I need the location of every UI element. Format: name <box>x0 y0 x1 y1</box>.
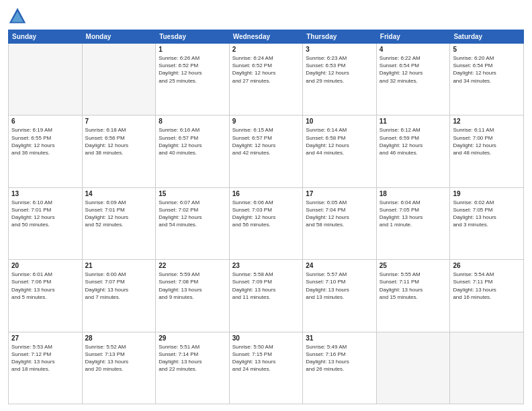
calendar-header-row: SundayMondayTuesdayWednesdayThursdayFrid… <box>9 30 524 44</box>
day-detail: Sunrise: 5:53 AM Sunset: 7:12 PM Dayligh… <box>11 343 79 373</box>
day-number: 17 <box>306 190 373 197</box>
calendar-header-cell: Saturday <box>450 30 524 44</box>
page: SundayMondayTuesdayWednesdayThursdayFrid… <box>0 0 532 411</box>
day-number: 2 <box>232 46 300 53</box>
day-number: 15 <box>159 190 226 197</box>
day-detail: Sunrise: 5:54 AM Sunset: 7:11 PM Dayligh… <box>453 271 521 301</box>
day-detail: Sunrise: 5:49 AM Sunset: 7:16 PM Dayligh… <box>306 343 373 373</box>
day-number: 1 <box>159 46 226 53</box>
day-detail: Sunrise: 5:59 AM Sunset: 7:08 PM Dayligh… <box>159 271 226 301</box>
day-detail: Sunrise: 6:05 AM Sunset: 7:04 PM Dayligh… <box>306 199 373 229</box>
day-detail: Sunrise: 6:14 AM Sunset: 6:58 PM Dayligh… <box>306 126 373 156</box>
calendar-header-cell: Monday <box>82 30 156 44</box>
day-detail: Sunrise: 6:00 AM Sunset: 7:07 PM Dayligh… <box>85 271 153 301</box>
day-number: 22 <box>159 262 226 269</box>
day-number: 7 <box>85 118 153 125</box>
day-number: 23 <box>232 262 300 269</box>
day-detail: Sunrise: 6:01 AM Sunset: 7:06 PM Dayligh… <box>11 271 79 301</box>
day-number: 31 <box>306 334 373 342</box>
calendar-week-row: 13Sunrise: 6:10 AM Sunset: 7:01 PM Dayli… <box>9 187 524 259</box>
calendar-cell: 14Sunrise: 6:09 AM Sunset: 7:01 PM Dayli… <box>82 187 156 259</box>
day-number: 26 <box>453 262 521 269</box>
day-number: 10 <box>306 118 373 125</box>
day-number: 24 <box>306 262 373 269</box>
day-number: 25 <box>380 262 447 269</box>
day-detail: Sunrise: 6:23 AM Sunset: 6:53 PM Dayligh… <box>306 54 373 85</box>
calendar-cell: 18Sunrise: 6:04 AM Sunset: 7:05 PM Dayli… <box>376 187 450 259</box>
day-number: 11 <box>380 118 447 125</box>
day-detail: Sunrise: 6:20 AM Sunset: 6:54 PM Dayligh… <box>453 54 521 85</box>
day-number: 5 <box>453 46 521 53</box>
calendar-header-cell: Friday <box>376 30 450 44</box>
calendar-cell: 4Sunrise: 6:22 AM Sunset: 6:54 PM Daylig… <box>376 44 450 116</box>
calendar-cell: 9Sunrise: 6:15 AM Sunset: 6:57 PM Daylig… <box>229 116 303 187</box>
calendar-cell: 5Sunrise: 6:20 AM Sunset: 6:54 PM Daylig… <box>450 44 524 116</box>
day-number: 27 <box>11 334 79 342</box>
day-number: 3 <box>306 46 373 53</box>
day-detail: Sunrise: 6:15 AM Sunset: 6:57 PM Dayligh… <box>232 126 300 156</box>
calendar-cell: 15Sunrise: 6:07 AM Sunset: 7:02 PM Dayli… <box>156 187 230 259</box>
calendar-week-row: 27Sunrise: 5:53 AM Sunset: 7:12 PM Dayli… <box>9 332 524 404</box>
day-detail: Sunrise: 5:55 AM Sunset: 7:11 PM Dayligh… <box>380 271 447 301</box>
day-detail: Sunrise: 6:16 AM Sunset: 6:57 PM Dayligh… <box>159 126 226 156</box>
calendar-cell: 26Sunrise: 5:54 AM Sunset: 7:11 PM Dayli… <box>450 260 524 332</box>
calendar-cell: 21Sunrise: 6:00 AM Sunset: 7:07 PM Dayli… <box>82 260 156 332</box>
day-number: 9 <box>232 118 300 125</box>
calendar-cell: 1Sunrise: 6:26 AM Sunset: 6:52 PM Daylig… <box>156 44 230 116</box>
calendar-header-cell: Wednesday <box>229 30 303 44</box>
calendar-table: SundayMondayTuesdayWednesdayThursdayFrid… <box>8 30 524 404</box>
day-detail: Sunrise: 6:02 AM Sunset: 7:05 PM Dayligh… <box>453 199 521 229</box>
calendar-cell: 13Sunrise: 6:10 AM Sunset: 7:01 PM Dayli… <box>9 187 83 259</box>
calendar-cell: 12Sunrise: 6:11 AM Sunset: 7:00 PM Dayli… <box>450 116 524 187</box>
day-number: 16 <box>232 190 300 197</box>
day-detail: Sunrise: 6:24 AM Sunset: 6:52 PM Dayligh… <box>232 54 300 85</box>
day-detail: Sunrise: 6:18 AM Sunset: 6:56 PM Dayligh… <box>85 126 153 156</box>
day-detail: Sunrise: 6:04 AM Sunset: 7:05 PM Dayligh… <box>380 199 447 229</box>
day-detail: Sunrise: 5:50 AM Sunset: 7:15 PM Dayligh… <box>232 343 300 373</box>
calendar-cell: 2Sunrise: 6:24 AM Sunset: 6:52 PM Daylig… <box>229 44 303 116</box>
day-number: 18 <box>380 190 447 197</box>
calendar-cell: 22Sunrise: 5:59 AM Sunset: 7:08 PM Dayli… <box>156 260 230 332</box>
day-detail: Sunrise: 5:58 AM Sunset: 7:09 PM Dayligh… <box>232 271 300 301</box>
calendar-cell: 7Sunrise: 6:18 AM Sunset: 6:56 PM Daylig… <box>82 116 156 187</box>
day-detail: Sunrise: 6:09 AM Sunset: 7:01 PM Dayligh… <box>85 199 153 229</box>
day-detail: Sunrise: 6:11 AM Sunset: 7:00 PM Dayligh… <box>453 126 521 156</box>
day-number: 21 <box>85 262 153 269</box>
day-detail: Sunrise: 6:19 AM Sunset: 6:55 PM Dayligh… <box>11 126 79 156</box>
calendar-cell: 8Sunrise: 6:16 AM Sunset: 6:57 PM Daylig… <box>156 116 230 187</box>
calendar-cell: 29Sunrise: 5:51 AM Sunset: 7:14 PM Dayli… <box>156 332 230 404</box>
day-number: 13 <box>11 190 79 197</box>
calendar-header-cell: Sunday <box>9 30 83 44</box>
calendar-header-cell: Tuesday <box>156 30 230 44</box>
day-detail: Sunrise: 6:22 AM Sunset: 6:54 PM Dayligh… <box>380 54 447 85</box>
day-detail: Sunrise: 6:06 AM Sunset: 7:03 PM Dayligh… <box>232 199 300 229</box>
calendar-cell: 3Sunrise: 6:23 AM Sunset: 6:53 PM Daylig… <box>303 44 377 116</box>
day-detail: Sunrise: 6:26 AM Sunset: 6:52 PM Dayligh… <box>159 54 226 85</box>
calendar-cell <box>9 44 83 116</box>
calendar-cell: 11Sunrise: 6:12 AM Sunset: 6:59 PM Dayli… <box>376 116 450 187</box>
calendar-cell: 27Sunrise: 5:53 AM Sunset: 7:12 PM Dayli… <box>9 332 83 404</box>
calendar-cell: 30Sunrise: 5:50 AM Sunset: 7:15 PM Dayli… <box>229 332 303 404</box>
day-number: 29 <box>159 334 226 342</box>
calendar-cell: 17Sunrise: 6:05 AM Sunset: 7:04 PM Dayli… <box>303 187 377 259</box>
calendar-cell <box>82 44 156 116</box>
day-number: 8 <box>159 118 226 125</box>
calendar-cell: 23Sunrise: 5:58 AM Sunset: 7:09 PM Dayli… <box>229 260 303 332</box>
calendar-cell <box>450 332 524 404</box>
calendar-cell: 6Sunrise: 6:19 AM Sunset: 6:55 PM Daylig… <box>9 116 83 187</box>
day-number: 30 <box>232 334 300 342</box>
day-detail: Sunrise: 5:57 AM Sunset: 7:10 PM Dayligh… <box>306 271 373 301</box>
day-number: 19 <box>453 190 521 197</box>
calendar-cell <box>376 332 450 404</box>
day-number: 6 <box>11 118 79 125</box>
calendar-cell: 16Sunrise: 6:06 AM Sunset: 7:03 PM Dayli… <box>229 187 303 259</box>
day-number: 20 <box>11 262 79 269</box>
logo-icon <box>8 7 27 26</box>
day-detail: Sunrise: 6:07 AM Sunset: 7:02 PM Dayligh… <box>159 199 226 229</box>
day-number: 4 <box>380 46 447 53</box>
calendar-cell: 25Sunrise: 5:55 AM Sunset: 7:11 PM Dayli… <box>376 260 450 332</box>
day-detail: Sunrise: 6:10 AM Sunset: 7:01 PM Dayligh… <box>11 199 79 229</box>
calendar-cell: 24Sunrise: 5:57 AM Sunset: 7:10 PM Dayli… <box>303 260 377 332</box>
day-detail: Sunrise: 5:51 AM Sunset: 7:14 PM Dayligh… <box>159 343 226 373</box>
calendar-week-row: 1Sunrise: 6:26 AM Sunset: 6:52 PM Daylig… <box>9 44 524 116</box>
